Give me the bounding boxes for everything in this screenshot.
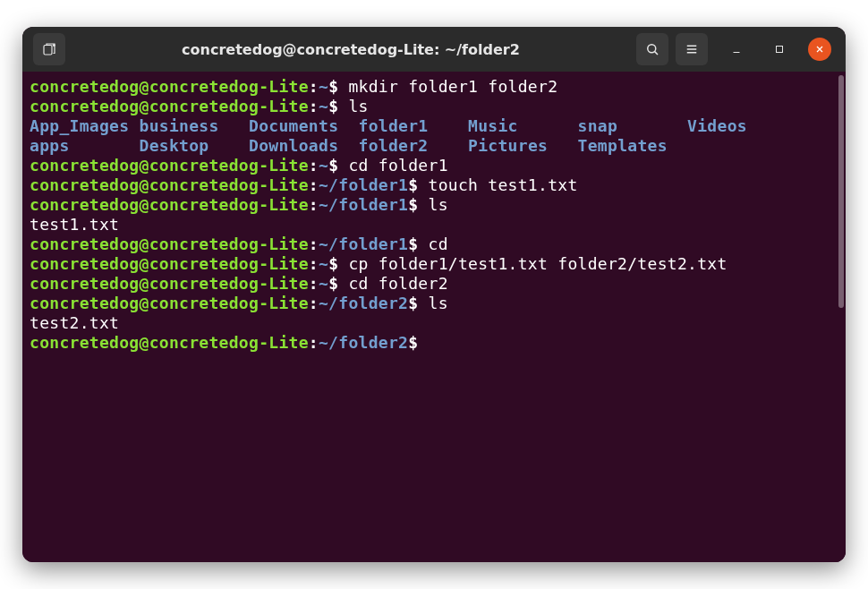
prompt-path: ~	[319, 97, 328, 115]
prompt-userhost: concretedog@concretedog-Lite	[30, 333, 309, 352]
prompt-command	[418, 333, 428, 352]
prompt-colon: :	[309, 195, 319, 214]
svg-line-2	[655, 52, 658, 55]
prompt-colon: :	[309, 274, 319, 293]
scrollbar-thumb[interactable]	[838, 75, 844, 308]
close-icon	[814, 44, 825, 55]
prompt-command: touch test1.txt	[418, 175, 577, 194]
prompt-colon: :	[309, 77, 319, 96]
prompt-path: ~/folder1	[319, 195, 408, 214]
terminal-line: concretedog@concretedog-Lite:~$ mkdir fo…	[30, 77, 830, 97]
ls-dir: Pictures	[468, 136, 578, 155]
terminal-line: concretedog@concretedog-Lite:~/folder1$ …	[30, 195, 830, 215]
prompt-command: ls	[418, 294, 447, 312]
terminal-line: test2.txt	[30, 313, 830, 333]
prompt-userhost: concretedog@concretedog-Lite	[30, 254, 309, 273]
prompt-command: ls	[418, 195, 447, 214]
prompt-path: ~	[319, 77, 328, 96]
prompt-dollar: $	[408, 235, 418, 253]
prompt-userhost: concretedog@concretedog-Lite	[30, 274, 309, 293]
ls-dir: Templates	[578, 136, 688, 155]
prompt-userhost: concretedog@concretedog-Lite	[30, 175, 309, 194]
prompt-path: ~/folder2	[319, 333, 408, 352]
terminal-line: concretedog@concretedog-Lite:~$ cd folde…	[30, 274, 830, 294]
prompt-colon: :	[309, 97, 319, 115]
new-tab-icon	[41, 41, 57, 57]
maximize-button[interactable]	[765, 35, 794, 64]
minimize-icon	[730, 43, 743, 55]
hamburger-menu-button[interactable]	[676, 33, 708, 65]
terminal-body[interactable]: concretedog@concretedog-Lite:~$ mkdir fo…	[22, 72, 846, 562]
prompt-userhost: concretedog@concretedog-Lite	[30, 156, 309, 175]
prompt-colon: :	[309, 333, 319, 352]
prompt-userhost: concretedog@concretedog-Lite	[30, 97, 309, 115]
ls-dir: Videos	[687, 116, 797, 135]
ls-dir: Downloads	[249, 136, 359, 155]
ls-dir: apps	[30, 136, 140, 155]
terminal-output[interactable]: concretedog@concretedog-Lite:~$ mkdir fo…	[22, 72, 837, 562]
prompt-path: ~/folder1	[319, 235, 408, 253]
output-text: test2.txt	[30, 313, 119, 332]
prompt-dollar: $	[328, 254, 338, 273]
terminal-line: concretedog@concretedog-Lite:~$ cp folde…	[30, 254, 830, 274]
ls-dir: business	[140, 116, 250, 135]
prompt-colon: :	[309, 175, 319, 194]
prompt-command: cp folder1/test1.txt folder2/test2.txt	[338, 254, 727, 273]
terminal-line: test1.txt	[30, 215, 830, 235]
ls-dir: folder1	[359, 116, 469, 135]
prompt-path: ~/folder1	[319, 175, 408, 194]
prompt-dollar: $	[408, 195, 418, 214]
prompt-dollar: $	[328, 274, 338, 293]
ls-dir: Music	[468, 116, 578, 135]
window-title: concretedog@concretedog-Lite: ~/folder2	[72, 41, 629, 58]
output-text: test1.txt	[30, 215, 119, 234]
prompt-command: cd	[418, 235, 447, 253]
prompt-dollar: $	[328, 156, 338, 175]
prompt-userhost: concretedog@concretedog-Lite	[30, 235, 309, 253]
search-icon	[644, 41, 660, 57]
search-button[interactable]	[636, 33, 668, 65]
terminal-line: concretedog@concretedog-Lite:~/folder1$ …	[30, 175, 830, 195]
ls-dir: App_Images	[30, 116, 140, 135]
prompt-dollar: $	[408, 175, 418, 194]
prompt-path: ~/folder2	[319, 294, 408, 312]
prompt-colon: :	[309, 294, 319, 312]
terminal-line: concretedog@concretedog-Lite:~$ ls	[30, 97, 830, 116]
new-tab-button[interactable]	[33, 33, 65, 65]
scrollbar[interactable]	[837, 72, 846, 562]
svg-rect-7	[777, 47, 783, 53]
prompt-colon: :	[309, 235, 319, 253]
prompt-dollar: $	[328, 77, 338, 96]
prompt-path: ~	[319, 274, 328, 293]
prompt-path: ~	[319, 156, 328, 175]
prompt-command: ls	[338, 97, 368, 115]
hamburger-icon	[684, 41, 700, 57]
terminal-line: concretedog@concretedog-Lite:~/folder1$ …	[30, 235, 830, 254]
prompt-dollar: $	[328, 97, 338, 115]
minimize-button[interactable]	[722, 35, 751, 64]
ls-dir: Documents	[249, 116, 359, 135]
prompt-colon: :	[309, 254, 319, 273]
svg-point-1	[648, 45, 656, 53]
ls-row: apps Desktop Downloads folder2 Pictures …	[30, 136, 830, 156]
ls-dir: folder2	[359, 136, 469, 155]
ls-row: App_Images business Documents folder1 Mu…	[30, 116, 830, 136]
prompt-command: mkdir folder1 folder2	[338, 77, 557, 96]
prompt-userhost: concretedog@concretedog-Lite	[30, 77, 309, 96]
prompt-userhost: concretedog@concretedog-Lite	[30, 294, 309, 312]
terminal-line: concretedog@concretedog-Lite:~/folder2$	[30, 333, 830, 353]
ls-dir: Desktop	[140, 136, 250, 155]
ls-output: App_Images business Documents folder1 Mu…	[30, 116, 830, 156]
prompt-dollar: $	[408, 294, 418, 312]
terminal-line: concretedog@concretedog-Lite:~/folder2$ …	[30, 294, 830, 313]
close-button[interactable]	[808, 38, 831, 61]
terminal-window: concretedog@concretedog-Lite: ~/folder2	[22, 27, 846, 562]
prompt-userhost: concretedog@concretedog-Lite	[30, 195, 309, 214]
terminal-line: concretedog@concretedog-Lite:~$ cd folde…	[30, 156, 830, 175]
prompt-colon: :	[309, 156, 319, 175]
ls-dir: snap	[578, 116, 688, 135]
prompt-path: ~	[319, 254, 328, 273]
prompt-command: cd folder1	[338, 156, 448, 175]
svg-rect-0	[44, 46, 52, 55]
titlebar: concretedog@concretedog-Lite: ~/folder2	[22, 27, 846, 72]
